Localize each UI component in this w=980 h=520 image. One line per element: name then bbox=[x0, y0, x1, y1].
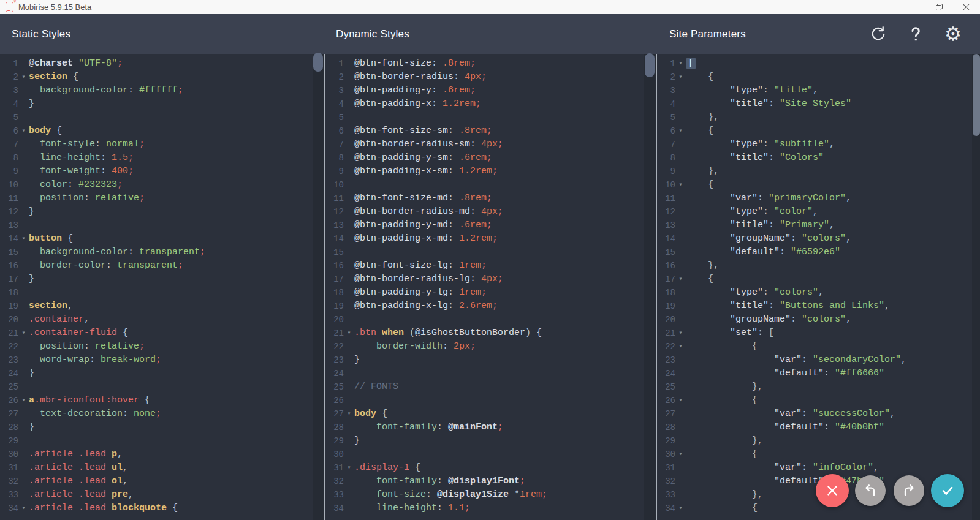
line-number: 17 bbox=[325, 273, 344, 286]
fold-marker[interactable]: ▾ bbox=[18, 326, 29, 340]
code-text: .container-fluid { bbox=[29, 326, 128, 340]
fold-gutter bbox=[675, 111, 686, 124]
fold-marker[interactable]: ▾ bbox=[675, 394, 686, 407]
code-text: { bbox=[686, 124, 713, 138]
code-line: 15 background-color: transparent; bbox=[0, 246, 324, 259]
static-styles-code[interactable]: 1@charset "UTF-8";2▾section {3 backgroun… bbox=[0, 57, 324, 515]
code-text: body { bbox=[354, 407, 387, 421]
apply-button[interactable] bbox=[931, 474, 964, 507]
line-number: 19 bbox=[325, 300, 344, 313]
cancel-button[interactable] bbox=[816, 474, 849, 507]
code-line: 28 font-family: @mainFont; bbox=[325, 421, 656, 434]
line-number: 4 bbox=[0, 97, 18, 111]
fold-marker[interactable]: ▾ bbox=[675, 124, 686, 138]
code-text: "default": "#6592e6" bbox=[686, 246, 840, 259]
fold-gutter bbox=[344, 421, 354, 434]
restore-icon bbox=[936, 4, 942, 10]
fold-gutter bbox=[344, 273, 354, 286]
window-controls bbox=[897, 0, 980, 14]
fold-marker[interactable]: ▾ bbox=[675, 502, 686, 515]
line-number: 8 bbox=[325, 151, 344, 165]
code-line: 4@btn-padding-x: 1.2rem; bbox=[325, 97, 656, 111]
line-number: 12 bbox=[657, 205, 675, 219]
fold-marker[interactable]: ▾ bbox=[675, 273, 686, 286]
code-line: 7@btn-border-radius-sm: 4px; bbox=[325, 138, 656, 151]
code-text: .display-1 { bbox=[354, 461, 420, 475]
fold-gutter bbox=[18, 165, 29, 178]
code-text: line-height: 1.1; bbox=[354, 502, 470, 515]
fold-marker[interactable]: ▾ bbox=[18, 394, 29, 407]
fold-marker[interactable]: ▾ bbox=[675, 448, 686, 461]
code-text: }, bbox=[686, 380, 763, 394]
line-number: 6 bbox=[657, 124, 675, 138]
fold-gutter bbox=[18, 84, 29, 97]
fold-marker[interactable]: ▾ bbox=[18, 70, 29, 84]
fold-gutter bbox=[344, 97, 354, 111]
fold-marker[interactable]: ▾ bbox=[344, 407, 354, 421]
code-line: 7 font-style: normal; bbox=[0, 138, 324, 151]
panel-title-static-styles: Static Styles bbox=[12, 14, 70, 54]
fold-gutter bbox=[18, 353, 29, 367]
code-text: @btn-font-size-lg: 1rem; bbox=[354, 259, 487, 273]
site-parameters-editor[interactable]: 1▾[2▾ {3 "type": "title",4 "title": "Sit… bbox=[657, 54, 980, 520]
code-line: 20 "groupName": "colors", bbox=[657, 313, 980, 326]
panel-divider-left bbox=[324, 54, 325, 520]
fold-marker[interactable]: ▾ bbox=[675, 70, 686, 84]
dynamic-styles-code[interactable]: 1@btn-font-size: .8rem;2@btn-border-radi… bbox=[325, 57, 656, 515]
code-line: 1▾[ bbox=[657, 57, 980, 70]
fold-marker[interactable]: ▾ bbox=[344, 461, 354, 475]
code-text: border-color: transparent; bbox=[29, 259, 183, 273]
close-button[interactable] bbox=[952, 0, 980, 14]
fold-gutter bbox=[675, 380, 686, 394]
code-text: } bbox=[29, 97, 34, 111]
code-text: } bbox=[29, 367, 34, 380]
code-line: 12@btn-border-radius-md: 4px; bbox=[325, 205, 656, 219]
scrollbar-thumb-parameters[interactable] bbox=[973, 54, 980, 136]
fold-marker[interactable]: ▾ bbox=[675, 178, 686, 192]
code-text: "type": "subtitle", bbox=[686, 138, 835, 151]
refresh-icon[interactable] bbox=[869, 25, 887, 43]
code-line: 14@btn-padding-x-md: 1.2rem; bbox=[325, 232, 656, 246]
line-number: 29 bbox=[325, 434, 344, 448]
code-line: 31 "var": "infoColor", bbox=[657, 461, 980, 475]
code-line: 11 position: relative; bbox=[0, 192, 324, 205]
fold-gutter bbox=[675, 434, 686, 448]
code-text: background-color: #ffffff; bbox=[29, 84, 183, 97]
code-line: 18 bbox=[0, 286, 324, 300]
settings-gear-icon[interactable]: ⚙ bbox=[944, 25, 962, 43]
code-line: 27▾body { bbox=[325, 407, 656, 421]
static-styles-editor[interactable]: 1@charset "UTF-8";2▾section {3 backgroun… bbox=[0, 54, 324, 520]
restore-button[interactable] bbox=[925, 0, 952, 14]
fold-gutter bbox=[675, 421, 686, 434]
code-text: "groupName": "colors", bbox=[686, 313, 851, 326]
fold-marker[interactable]: ▾ bbox=[18, 124, 29, 138]
code-line: 10▾ { bbox=[657, 178, 980, 192]
code-text: "var": "successColor", bbox=[686, 407, 895, 421]
fold-marker[interactable]: ▾ bbox=[344, 326, 354, 340]
code-line: 5 }, bbox=[657, 111, 980, 124]
fold-marker[interactable]: ▾ bbox=[675, 57, 686, 70]
minimize-button[interactable] bbox=[897, 0, 925, 14]
fold-gutter bbox=[344, 475, 354, 488]
code-line: 33.article .lead pre, bbox=[0, 488, 324, 502]
fold-marker[interactable]: ▾ bbox=[675, 326, 686, 340]
fold-marker[interactable]: ▾ bbox=[675, 340, 686, 353]
help-icon[interactable] bbox=[906, 25, 925, 43]
scrollbar-thumb-dynamic[interactable] bbox=[645, 53, 655, 77]
line-number: 12 bbox=[0, 205, 18, 219]
code-text: "default": "#ff6666" bbox=[686, 367, 884, 380]
code-line: 7 "type": "subtitle", bbox=[657, 138, 980, 151]
code-text: a.mbr-iconfont:hover { bbox=[29, 394, 150, 407]
dynamic-styles-editor[interactable]: 1@btn-font-size: .8rem;2@btn-border-radi… bbox=[325, 54, 656, 520]
line-number: 7 bbox=[657, 138, 675, 151]
code-text: button { bbox=[29, 232, 73, 246]
fold-gutter bbox=[675, 300, 686, 313]
scrollbar-thumb-static[interactable] bbox=[313, 53, 323, 72]
fold-marker[interactable]: ▾ bbox=[18, 232, 29, 246]
code-text: } bbox=[29, 421, 34, 434]
redo-button[interactable] bbox=[894, 475, 924, 506]
fold-marker[interactable]: ▾ bbox=[18, 502, 29, 515]
fold-gutter bbox=[675, 84, 686, 97]
undo-button[interactable] bbox=[855, 475, 886, 506]
site-parameters-code[interactable]: 1▾[2▾ {3 "type": "title",4 "title": "Sit… bbox=[657, 57, 980, 515]
